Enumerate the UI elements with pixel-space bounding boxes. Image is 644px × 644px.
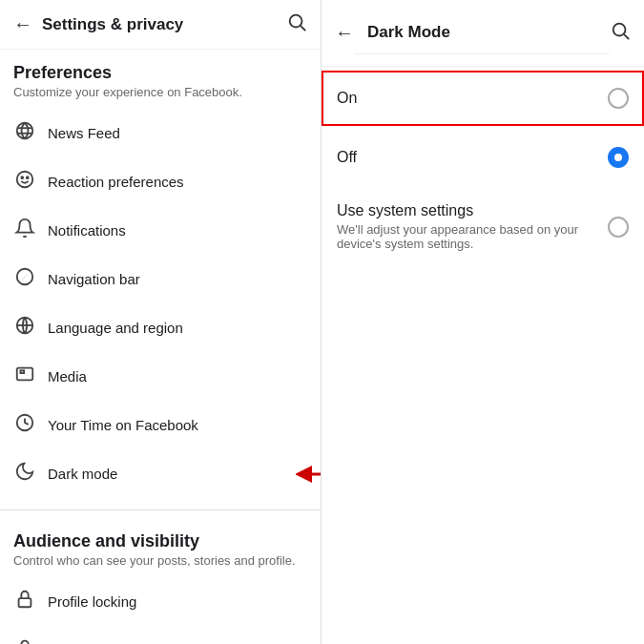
right-panel: ← Dark Mode On Off Use system settings W… [322, 0, 644, 644]
dark-mode-off-option[interactable]: Off [322, 130, 644, 185]
sidebar-item-dark-mode[interactable]: Dark mode [13, 449, 307, 498]
media-label: Media [48, 368, 87, 384]
svg-point-0 [290, 15, 302, 28]
on-label: On [337, 90, 357, 107]
left-panel: ← Settings & privacy Preferences Customi… [0, 0, 322, 644]
sidebar-item-reaction[interactable]: Reaction preferences [13, 157, 307, 206]
svg-rect-17 [19, 598, 31, 607]
moon-icon [13, 461, 36, 487]
section-divider [0, 509, 321, 510]
off-label: Off [337, 149, 357, 166]
back-button[interactable]: ← [13, 13, 32, 35]
sidebar-item-news-feed[interactable]: News Feed [13, 109, 307, 157]
svg-point-26 [613, 24, 626, 36]
on-radio[interactable] [608, 88, 629, 109]
compass-icon [13, 266, 36, 292]
notifications-label: Notifications [48, 222, 126, 239]
sidebar-item-language[interactable]: Language and region [13, 303, 307, 352]
dark-mode-label: Dark mode [48, 466, 117, 482]
preferences-section: Preferences Customize your experience on… [0, 50, 321, 502]
sidebar-item-profile-locking[interactable]: Profile locking [13, 577, 307, 626]
lock-icon [13, 589, 36, 614]
right-header: ← Dark Mode [322, 0, 644, 67]
bell-icon [13, 218, 36, 243]
left-header-title: Settings & privacy [42, 15, 183, 34]
right-header-title: Dark Mode [354, 11, 610, 54]
right-search-icon[interactable] [610, 20, 631, 46]
feed-icon [13, 120, 36, 146]
system-label: Use system settings [337, 202, 608, 219]
red-arrow-annotation [296, 461, 322, 488]
system-radio[interactable] [608, 217, 629, 238]
navigation-label: Navigation bar [48, 271, 140, 287]
profile-icon [13, 637, 36, 644]
sidebar-item-profile-info[interactable]: Profile information [13, 626, 307, 644]
audience-section: Audience and visibility Control who can … [0, 518, 321, 644]
svg-rect-13 [20, 370, 24, 373]
svg-point-7 [27, 177, 29, 178]
svg-point-8 [17, 269, 33, 285]
preferences-subtitle: Customize your experience on Facebook. [13, 85, 307, 99]
clock-icon [13, 412, 36, 438]
sidebar-item-notifications[interactable]: Notifications [13, 206, 307, 255]
off-radio[interactable] [608, 147, 629, 168]
svg-line-1 [301, 26, 305, 31]
audience-subtitle: Control who can see your posts, stories … [13, 553, 307, 568]
left-search-icon[interactable] [286, 11, 307, 37]
svg-marker-9 [21, 273, 28, 280]
reaction-icon [13, 169, 36, 195]
your-time-label: Your Time on Facebook [48, 417, 198, 433]
system-sublabel: We'll adjust your appearance based on yo… [337, 222, 608, 251]
reaction-label: Reaction preferences [48, 174, 184, 190]
sidebar-item-media[interactable]: Media [13, 352, 307, 401]
preferences-title: Preferences [13, 63, 307, 83]
profile-locking-label: Profile locking [48, 593, 136, 610]
right-back-button[interactable]: ← [335, 22, 354, 44]
language-label: Language and region [48, 320, 183, 336]
dark-mode-on-option[interactable]: On [322, 71, 644, 126]
news-feed-label: News Feed [48, 125, 120, 141]
dark-mode-system-option[interactable]: Use system settings We'll adjust your ap… [322, 185, 644, 268]
globe-icon [13, 315, 36, 341]
sidebar-item-your-time[interactable]: Your Time on Facebook [13, 401, 307, 449]
svg-point-5 [17, 172, 33, 188]
left-header: ← Settings & privacy [0, 0, 321, 50]
svg-point-6 [21, 177, 23, 178]
sidebar-item-navigation[interactable]: Navigation bar [13, 255, 307, 303]
svg-point-2 [17, 123, 33, 139]
audience-title: Audience and visibility [13, 531, 307, 551]
media-icon [13, 364, 36, 389]
svg-line-27 [624, 34, 629, 39]
